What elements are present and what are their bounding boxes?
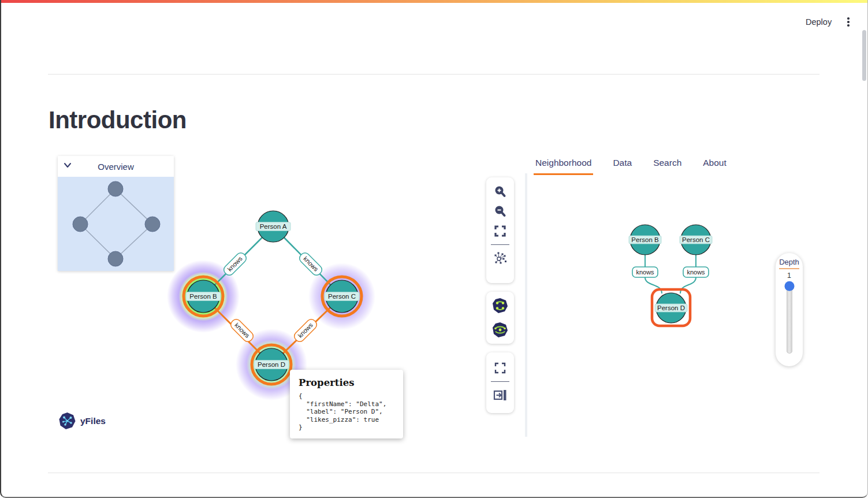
- zoom-in-icon: [493, 185, 507, 199]
- nbh-node-person-b[interactable]: Person B: [629, 225, 661, 255]
- organic-layout-button[interactable]: [490, 248, 510, 268]
- kebab-menu-icon[interactable]: [843, 16, 854, 28]
- deploy-button[interactable]: Deploy: [806, 17, 832, 27]
- yfiles-logo-text: yFiles: [80, 416, 106, 426]
- side-panel-tabs: Neighborhood Data Search About: [534, 158, 728, 175]
- tab-data[interactable]: Data: [611, 158, 634, 175]
- tab-about[interactable]: About: [701, 158, 728, 175]
- circular-layout-button[interactable]: [490, 296, 510, 315]
- page-title: Introduction: [49, 106, 187, 134]
- organic-layout-icon: [493, 251, 508, 266]
- toolbar-divider: [491, 381, 509, 382]
- yfiles-logo[interactable]: yFiles: [58, 412, 106, 430]
- svg-text:Person B: Person B: [189, 293, 217, 300]
- depth-value: 1: [787, 272, 791, 280]
- fullscreen-icon: [493, 361, 507, 375]
- toolbar-divider: [491, 244, 509, 245]
- fullscreen-button[interactable]: [490, 358, 510, 378]
- toolbar-view-group: [486, 352, 514, 413]
- svg-text:knows: knows: [636, 269, 654, 276]
- nbh-edge-label-b-d[interactable]: knows: [632, 267, 658, 277]
- svg-text:Person C: Person C: [328, 293, 356, 300]
- fit-content-icon: [493, 224, 507, 238]
- nbh-edge-label-c-d[interactable]: knows: [683, 267, 709, 277]
- fit-content-button[interactable]: [490, 221, 510, 241]
- footer-divider: [48, 473, 819, 473]
- edge-label-a-c[interactable]: knows: [297, 251, 323, 277]
- zoom-out-button[interactable]: [490, 202, 510, 221]
- panel-divider[interactable]: [525, 173, 527, 437]
- depth-slider-card: Depth 1: [776, 253, 803, 366]
- svg-text:Person A: Person A: [260, 223, 287, 230]
- radial-layout-button[interactable]: [490, 320, 510, 340]
- edge-label-a-b[interactable]: knows: [222, 251, 248, 277]
- svg-text:Person B: Person B: [631, 236, 659, 243]
- edge-label-c-d[interactable]: knows: [292, 317, 318, 343]
- svg-text:knows: knows: [687, 269, 705, 276]
- tab-search[interactable]: Search: [651, 158, 683, 175]
- zoom-out-icon: [493, 205, 507, 218]
- radial-layout-icon: [491, 321, 509, 339]
- depth-slider-thumb[interactable]: [784, 281, 794, 291]
- edge-label-b-d[interactable]: knows: [229, 317, 255, 343]
- depth-label: Depth: [779, 258, 799, 269]
- properties-json: { "firstName": "Delta", "label": "Person…: [299, 392, 395, 432]
- toolbar-zoom-group: [486, 177, 514, 283]
- app-window: Deploy Introduction Overview: [0, 0, 868, 498]
- top-decoration-bar: [1, 0, 867, 3]
- toolbar-layout-group: [486, 292, 514, 344]
- nbh-node-person-d[interactable]: Person D: [655, 293, 687, 323]
- zoom-in-button[interactable]: [490, 182, 510, 202]
- open-sidebar-icon: [493, 388, 508, 403]
- tab-neighborhood[interactable]: Neighborhood: [534, 158, 593, 175]
- depth-slider-track[interactable]: [787, 287, 792, 354]
- header-divider: [48, 74, 819, 75]
- properties-title: Properties: [299, 377, 395, 388]
- svg-text:Person C: Person C: [682, 236, 710, 243]
- scrollbar-thumb[interactable]: [862, 30, 866, 81]
- properties-popup: Properties { "firstName": "Delta", "labe…: [290, 370, 403, 438]
- nbh-node-person-c[interactable]: Person C: [680, 225, 712, 255]
- svg-text:Person D: Person D: [657, 304, 685, 311]
- circular-layout-icon: [491, 297, 509, 314]
- node-person-a[interactable]: Person A: [256, 211, 290, 242]
- yfiles-logo-icon: [58, 412, 76, 430]
- svg-text:Person D: Person D: [258, 361, 285, 368]
- open-sidebar-button[interactable]: [490, 385, 510, 405]
